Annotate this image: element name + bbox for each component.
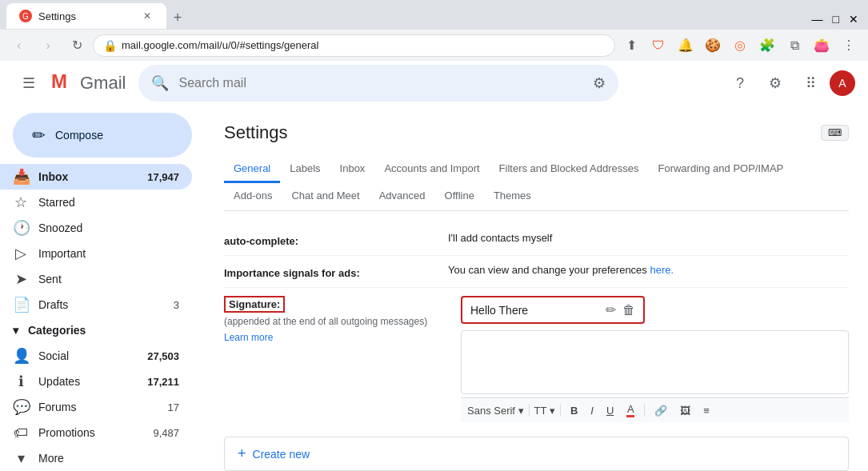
font-family-select[interactable]: Sans Serif ▾ xyxy=(467,405,524,417)
sidebar-item-forums[interactable]: 💬 Forums 17 xyxy=(0,394,192,420)
signature-label: Signature: xyxy=(224,296,285,313)
create-new-section: + Create new xyxy=(224,437,849,471)
sidebar-item-important[interactable]: ▷ Important xyxy=(0,241,192,266)
social-count: 27,503 xyxy=(147,350,179,362)
signature-editor[interactable] xyxy=(461,330,849,394)
search-input[interactable] xyxy=(178,76,583,90)
learn-more-link[interactable]: Learn more xyxy=(224,332,273,343)
tab-close-button[interactable]: ✕ xyxy=(141,10,154,22)
drafts-label: Drafts xyxy=(38,298,164,311)
image-button[interactable]: 🖼 xyxy=(675,403,695,418)
tab-title: Settings xyxy=(38,10,76,22)
signature-list: Hello There ✏ 🗑 xyxy=(461,296,849,324)
tab-chat[interactable]: Chat and Meet xyxy=(282,183,369,210)
inbox-label: Inbox xyxy=(38,170,138,183)
gmail-text: Gmail xyxy=(80,73,126,94)
sidebar-item-social[interactable]: 👤 Social 27,503 xyxy=(0,343,192,369)
window-minimize[interactable]: — xyxy=(809,10,826,29)
updates-label: Updates xyxy=(38,375,138,388)
settings-icon[interactable]: ⚙ xyxy=(759,67,791,99)
apps-icon[interactable]: ⠿ xyxy=(794,67,826,99)
extensions-icon[interactable]: 🧩 xyxy=(754,33,780,58)
search-bar[interactable]: 🔍 ⚙ xyxy=(138,65,618,102)
menu-icon[interactable]: ⋮ xyxy=(836,33,862,58)
settings-content: auto-complete: I'll add contacts myself … xyxy=(224,211,849,471)
search-tune-icon[interactable]: ⚙ xyxy=(593,74,606,92)
help-icon[interactable]: ? xyxy=(724,67,756,99)
window-close[interactable]: ✕ xyxy=(846,10,862,29)
importance-link[interactable]: here. xyxy=(650,264,674,276)
sidebar-item-starred[interactable]: ☆ Starred xyxy=(0,190,192,215)
sidebar-item-inbox[interactable]: 📥 Inbox 17,947 xyxy=(0,164,192,190)
wallet-icon[interactable]: 👛 xyxy=(809,33,834,58)
tab-general[interactable]: General xyxy=(224,156,280,183)
compose-label: Compose xyxy=(55,129,103,142)
toolbar-divider-1 xyxy=(529,404,530,417)
sidebar-item-more[interactable]: ▾ More xyxy=(0,445,192,471)
signature-sublabel: (appended at the end of all outgoing mes… xyxy=(224,316,448,327)
settings-tabs: General Labels Inbox Accounts and Import… xyxy=(224,156,849,211)
active-tab[interactable]: G Settings ✕ xyxy=(6,3,166,29)
refresh-button[interactable]: ↻ xyxy=(64,33,90,58)
tab-addons[interactable]: Add-ons xyxy=(224,183,282,210)
tab-themes[interactable]: Themes xyxy=(484,183,541,210)
signature-delete-icon[interactable]: 🗑 xyxy=(622,303,635,317)
sidebar-item-updates[interactable]: ℹ Updates 17,211 xyxy=(0,369,192,394)
window-maximize[interactable]: □ xyxy=(830,10,842,29)
sidebar-toggle-icon[interactable]: ⧉ xyxy=(782,33,807,58)
create-new-button[interactable]: + Create new xyxy=(224,437,849,471)
brave-rewards-icon[interactable]: ◎ xyxy=(727,33,753,58)
gmail-header: ☰ M Gmail 🔍 ⚙ ? ⚙ ⠿ A xyxy=(0,61,868,106)
settings-container: Settings ⌨ General Labels Inbox Accounts… xyxy=(205,106,868,471)
settings-tabs-row2: Add-ons Chat and Meet Advanced Offline T… xyxy=(224,183,849,210)
categories-expand-icon: ▾ xyxy=(13,324,18,337)
social-label: Social xyxy=(38,349,138,362)
sidebar-item-drafts[interactable]: 📄 Drafts 3 xyxy=(0,292,192,317)
tab-forwarding[interactable]: Forwarding and POP/IMAP xyxy=(648,156,793,183)
new-tab-button[interactable]: + xyxy=(166,6,189,29)
sent-icon: ➤ xyxy=(13,270,29,288)
avatar[interactable]: A xyxy=(830,70,855,96)
importance-value: You can view and change your preferences… xyxy=(448,264,849,279)
tab-advanced[interactable]: Advanced xyxy=(370,183,435,210)
inbox-count: 17,947 xyxy=(147,171,179,183)
signature-edit-icon[interactable]: ✏ xyxy=(606,302,616,317)
sent-label: Sent xyxy=(38,273,179,285)
autocomplete-value: I'll add contacts myself xyxy=(448,232,849,247)
vpn-icon[interactable]: 🔔 xyxy=(673,33,698,58)
hamburger-menu[interactable]: ☰ xyxy=(13,67,45,99)
sidebar-item-sent[interactable]: ➤ Sent xyxy=(0,266,192,292)
back-button[interactable]: ‹ xyxy=(6,33,32,58)
align-button[interactable]: ≡ xyxy=(698,403,714,418)
tab-offline[interactable]: Offline xyxy=(435,183,484,210)
autocomplete-row: auto-complete: I'll add contacts myself xyxy=(224,224,849,256)
font-color-button[interactable]: A xyxy=(622,401,639,419)
tab-inbox[interactable]: Inbox xyxy=(330,156,375,183)
share-icon[interactable]: ⬆ xyxy=(618,33,644,58)
tab-labels[interactable]: Labels xyxy=(280,156,330,183)
settings-title-text: Settings xyxy=(224,122,288,143)
signature-item[interactable]: Hello There ✏ 🗑 xyxy=(461,296,645,324)
more-icon: ▾ xyxy=(13,449,29,467)
compose-button[interactable]: ✏ Compose xyxy=(13,113,192,158)
sidebar-item-promotions[interactable]: 🏷 Promotions 9,487 xyxy=(0,420,192,445)
snoozed-icon: 🕐 xyxy=(13,219,29,237)
underline-button[interactable]: U xyxy=(602,403,618,418)
tab-accounts[interactable]: Accounts and Import xyxy=(374,156,489,183)
categories-section[interactable]: ▾ Categories xyxy=(0,317,192,343)
address-bar[interactable]: 🔒 mail.google.com/mail/u/0/#settings/gen… xyxy=(93,34,615,57)
sidebar: ✏ Compose 📥 Inbox 17,947 ☆ Starred 🕐 Sno… xyxy=(0,106,205,471)
link-button[interactable]: 🔗 xyxy=(650,403,672,418)
italic-button[interactable]: I xyxy=(586,403,598,418)
keyboard-shortcut-button[interactable]: ⌨ xyxy=(821,125,849,141)
bold-button[interactable]: B xyxy=(566,403,582,418)
forward-button[interactable]: › xyxy=(35,33,61,58)
cookie-icon[interactable]: 🍪 xyxy=(700,33,726,58)
importance-row: Importance signals for ads: You can view… xyxy=(224,256,849,288)
toolbar-divider-3 xyxy=(644,404,645,417)
brave-shield-icon[interactable]: 🛡 xyxy=(646,33,671,58)
font-size-select[interactable]: TT ▾ xyxy=(534,405,555,417)
promotions-label: Promotions xyxy=(38,426,143,439)
tab-filters[interactable]: Filters and Blocked Addresses xyxy=(490,156,649,183)
sidebar-item-snoozed[interactable]: 🕐 Snoozed xyxy=(0,215,192,241)
